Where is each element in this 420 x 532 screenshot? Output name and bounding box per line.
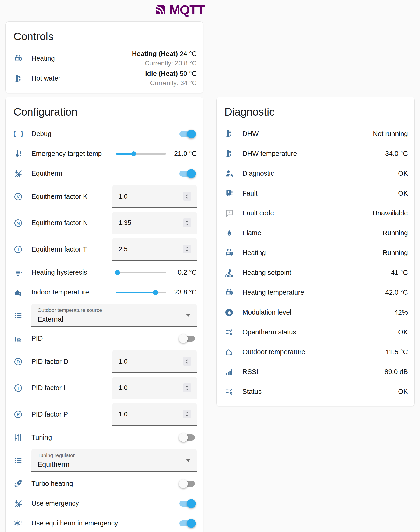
number-stepper[interactable] — [183, 192, 191, 201]
number-stepper[interactable] — [183, 410, 191, 418]
toggle-thumb[interactable] — [187, 499, 196, 508]
dropdown-caret-icon — [186, 314, 191, 317]
account-wrench-icon — [225, 169, 234, 178]
diagnostic-label: Fault — [242, 190, 398, 197]
signal-icon — [225, 367, 234, 377]
configuration-card-title: Configuration — [14, 105, 197, 118]
number-input-equitherm-factor-n[interactable] — [119, 219, 183, 227]
diagnostic-row-dhw[interactable]: DHWNot running — [223, 124, 408, 144]
control-label: Hot water — [31, 74, 145, 82]
control-row-heating[interactable]: HeatingHeating (Heat) 24 °CCurrently: 23… — [12, 48, 197, 68]
diagnostic-value: 42.0 °C — [385, 289, 408, 296]
fire-icon — [225, 228, 234, 238]
toggle-thumb[interactable] — [179, 433, 188, 442]
toggle-thumb[interactable] — [179, 334, 188, 343]
diagnostic-row-fault-code[interactable]: Fault codeUnavailable — [223, 203, 408, 223]
number-box-pid-factor-i — [112, 377, 197, 399]
diagnostic-label: Modulation level — [242, 309, 394, 316]
diagnostic-row-heating-temperature[interactable]: Heating temperature42.0 °C — [223, 282, 408, 302]
select-outdoor-temperature-source[interactable]: Outdoor temperature sourceExternal — [31, 304, 197, 327]
diagnostic-row-heating-setpoint[interactable]: Heating setpoint41 °C — [223, 263, 408, 282]
tune-vertical-icon — [14, 433, 23, 442]
diagnostic-label: Heating temperature — [242, 289, 385, 296]
list-status-icon — [225, 328, 234, 337]
diagnostic-row-outdoor-temperature[interactable]: Outdoor temperature11.5 °C — [223, 342, 408, 362]
diagnostic-row-opentherm-status[interactable]: Opentherm statusOK — [223, 322, 408, 342]
slider-fill — [116, 292, 155, 293]
select-label: Tuning regulator — [38, 452, 183, 459]
diagnostic-value: 42% — [394, 309, 408, 316]
control-state-mode: Idle (Heat) — [145, 70, 178, 77]
list-status-icon — [225, 387, 234, 397]
control-state-line: Idle (Heat) 50 °C — [145, 69, 197, 78]
diagnostic-row-heating[interactable]: HeatingRunning — [223, 243, 408, 263]
number-input-equitherm-factor-k[interactable] — [119, 193, 183, 200]
diagnostic-card: Diagnostic DHWNot runningDHW temperature… — [216, 97, 415, 406]
control-row-hot-water[interactable]: Hot waterIdle (Heat) 50 °CCurrently: 34 … — [12, 68, 197, 88]
svg-text:D: D — [16, 359, 20, 364]
diagnostic-row-rssi[interactable]: RSSI-89.0 dB — [223, 362, 408, 382]
toggle-turbo-heating[interactable] — [180, 479, 196, 488]
slider-track[interactable] — [116, 272, 166, 273]
diagnostic-row-flame[interactable]: FlameRunning — [223, 223, 408, 243]
number-input-pid-factor-i[interactable] — [119, 384, 183, 392]
number-stepper[interactable] — [183, 357, 191, 366]
controls-rows: HeatingHeating (Heat) 24 °CCurrently: 23… — [12, 48, 197, 88]
number-stepper[interactable] — [183, 383, 191, 392]
toggle-thumb[interactable] — [187, 169, 196, 178]
alpha-i-circle-icon: I — [14, 383, 23, 393]
number-stepper[interactable] — [183, 218, 191, 227]
select-tuning-regulator[interactable]: Tuning regulatorEquitherm — [31, 449, 197, 472]
diagnostic-value: Running — [383, 249, 408, 257]
configuration-card: Configuration { }DebugEmergency target t… — [5, 97, 203, 532]
alpha-n-circle-icon: N — [14, 218, 23, 228]
toggle-thumb[interactable] — [179, 479, 188, 488]
toggle-pid[interactable] — [180, 334, 196, 343]
diagnostic-row-dhw-temperature[interactable]: DHW temperature34.0 °C — [223, 144, 408, 163]
toggle-thumb[interactable] — [187, 130, 196, 138]
number-input-pid-factor-d[interactable] — [119, 358, 183, 365]
diagnostic-row-fault[interactable]: FaultOK — [223, 183, 408, 203]
slider-thumb[interactable] — [115, 270, 120, 275]
sun-snowflake-icon — [14, 169, 23, 178]
slider-value: 21.0 °C — [172, 149, 197, 158]
mqtt-logo-icon — [154, 4, 167, 16]
sun-snowflake-icon — [14, 499, 23, 508]
svg-text:I: I — [17, 386, 19, 391]
controls-card-title: Controls — [14, 30, 197, 43]
config-label: Use emergency — [31, 500, 180, 507]
toggle-debug[interactable] — [180, 129, 196, 139]
config-row-tuning: Tuning — [12, 428, 197, 447]
control-state-current: Currently: 34 °C — [145, 78, 197, 88]
diagnostic-row-status[interactable]: StatusOK — [223, 382, 408, 401]
number-input-equitherm-factor-t[interactable] — [119, 245, 183, 253]
diagnostic-value: 11.5 °C — [386, 348, 408, 356]
toggle-use-equitherm-in-emergency[interactable] — [180, 519, 196, 528]
diagnostic-label: Heating setpoint — [242, 269, 391, 277]
config-row-equitherm-factor-t: TEquitherm factor T — [12, 236, 197, 263]
control-state-value: 24 °C — [180, 50, 197, 57]
diagnostic-row-modulation-level[interactable]: Modulation level42% — [223, 302, 408, 322]
slider-indoor-temperature[interactable] — [116, 288, 166, 297]
diagnostic-label: DHW temperature — [242, 150, 385, 158]
toggle-thumb[interactable] — [187, 519, 196, 528]
toggle-tuning[interactable] — [180, 433, 196, 442]
slider-emergency-target-temp[interactable] — [116, 149, 166, 158]
number-stepper[interactable] — [183, 245, 191, 253]
svg-text:P: P — [17, 412, 20, 417]
slider-thumb[interactable] — [131, 151, 136, 156]
diagnostic-label: Diagnostic — [242, 170, 398, 177]
slider-heating-hysteresis[interactable] — [116, 268, 166, 277]
diagnostic-label: Status — [242, 388, 398, 396]
diagnostic-value: OK — [398, 170, 408, 177]
config-row-pid-factor-d: DPID factor D — [12, 348, 197, 375]
toggle-use-emergency[interactable] — [180, 499, 196, 508]
slider-thumb[interactable] — [153, 290, 158, 295]
number-input-pid-factor-p[interactable] — [119, 411, 183, 418]
diagnostic-row-diagnostic[interactable]: DiagnosticOK — [223, 163, 408, 183]
diagnostic-value: 41 °C — [391, 269, 408, 277]
diagnostic-label: Opentherm status — [242, 328, 398, 336]
toggle-equitherm[interactable] — [180, 169, 196, 178]
diagnostic-label: Heating — [242, 249, 383, 257]
hysteresis-icon — [14, 268, 23, 277]
